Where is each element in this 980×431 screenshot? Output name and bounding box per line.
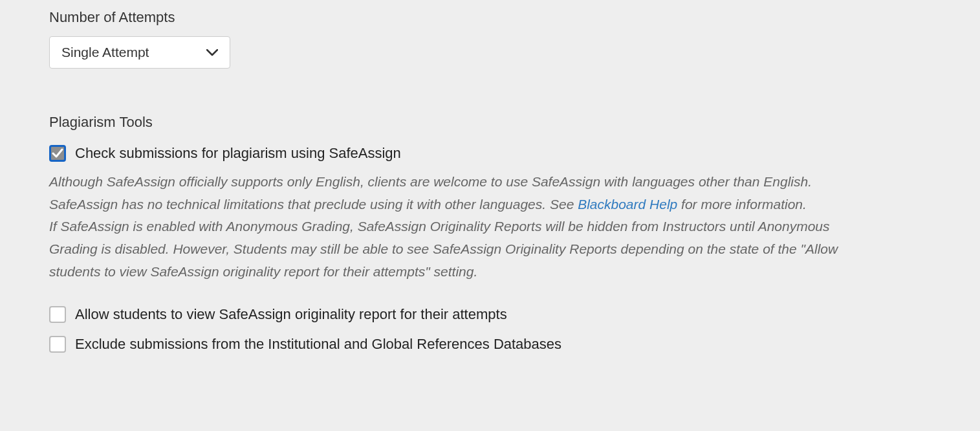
check-icon <box>52 148 63 159</box>
safeassign-check-row: Check submissions for plagiarism using S… <box>49 145 838 162</box>
safeassign-help-text: Although SafeAssign officially supports … <box>49 171 838 283</box>
attempts-select-wrap: Single Attempt <box>49 36 230 69</box>
settings-panel: Number of Attempts Single Attempt Plagia… <box>0 0 867 398</box>
exclude-submissions-label: Exclude submissions from the Institution… <box>75 336 561 353</box>
allow-students-row: Allow students to view SafeAssign origin… <box>49 306 838 323</box>
help-p1-b: for more information. <box>677 197 807 212</box>
exclude-submissions-row: Exclude submissions from the Institution… <box>49 336 838 353</box>
safeassign-checkbox-label: Check submissions for plagiarism using S… <box>75 145 401 162</box>
attempts-label: Number of Attempts <box>49 9 838 26</box>
allow-students-checkbox[interactable] <box>49 306 66 323</box>
exclude-submissions-checkbox[interactable] <box>49 336 66 353</box>
blackboard-help-link[interactable]: Blackboard Help <box>578 197 677 212</box>
allow-students-label: Allow students to view SafeAssign origin… <box>75 306 507 323</box>
safeassign-checkbox[interactable] <box>49 145 66 162</box>
attempts-select[interactable]: Single Attempt <box>49 36 230 69</box>
plagiarism-heading: Plagiarism Tools <box>49 114 838 131</box>
safeassign-sub-options: Allow students to view SafeAssign origin… <box>49 306 838 353</box>
help-p2: If SafeAssign is enabled with Anonymous … <box>49 219 838 278</box>
attempts-select-value: Single Attempt <box>61 45 149 60</box>
chevron-down-icon <box>206 45 218 60</box>
